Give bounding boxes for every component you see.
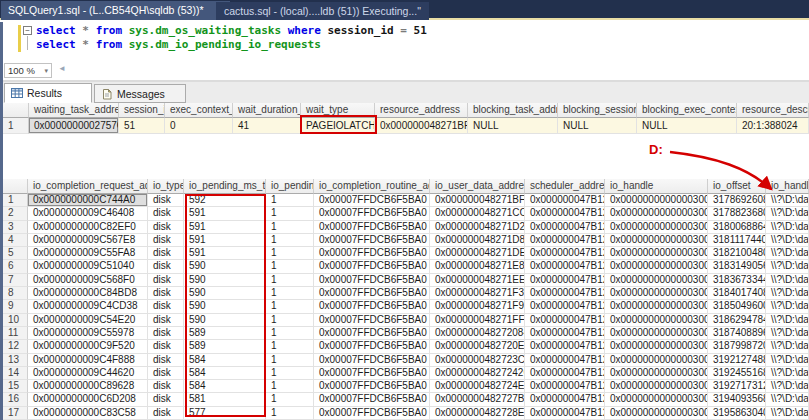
cell[interactable]: 0x000000047B120040 [525,247,605,260]
row-number[interactable]: 3 [3,221,28,234]
cell[interactable]: 1 [266,314,314,327]
cell[interactable]: 0x0000000000000300 [605,380,708,393]
column-header[interactable]: scheduler_address [525,179,605,194]
row-number[interactable]: 6 [3,260,28,273]
cell[interactable]: 1 [266,234,314,247]
cell[interactable]: 0x000000048271D800 [430,234,525,247]
cell[interactable]: 0x000000047B120040 [525,260,605,273]
cell[interactable]: PAGEIOLATCH_SH [301,118,375,134]
cell[interactable]: \\?\D:\data\live [766,234,809,247]
cell[interactable]: 0x00007FFDCB6F5BA0 [314,367,430,380]
cell[interactable]: \\?\D:\data\live [766,354,809,367]
cell[interactable]: 0x0000000000000300 [605,247,708,260]
cell[interactable]: 0x000000047B120040 [525,354,605,367]
cell[interactable]: 0x00007FFDCB6F5BA0 [314,221,430,234]
cell[interactable]: 0x000000048271BFC0 [375,118,468,134]
row-number[interactable]: 11 [3,327,28,340]
cell[interactable]: 581 [184,393,266,406]
tab-results[interactable]: Results [4,83,92,103]
cell[interactable]: 1 [266,367,314,380]
cell[interactable]: 592 [184,194,266,207]
cell[interactable]: 0x0000000482720840 [430,327,525,340]
cell[interactable]: 0x0000000000000300 [605,393,708,406]
cell[interactable]: 0x000000047B120040 [525,194,605,207]
cell[interactable]: 0x0000000000000300 [605,194,708,207]
cell[interactable]: 0x00007FFDCB6F5BA0 [314,300,430,313]
cell[interactable]: 584 [184,367,266,380]
row-number[interactable]: 1 [3,118,29,134]
cell[interactable]: 0x0000000000C744A0 [28,194,148,207]
cell[interactable]: 584 [184,380,266,393]
cell[interactable]: 0x000000047B120040 [525,314,605,327]
cell[interactable]: 591 [184,221,266,234]
cell[interactable]: 0x0000000000000300 [605,274,708,287]
column-header[interactable]: resource_address [375,103,468,118]
column-header[interactable]: io_handle [605,179,708,194]
cell[interactable]: 0x000000047B120040 [525,327,605,340]
cell[interactable]: \\?\D:\data\live [766,274,809,287]
cell[interactable]: 0x0000000009C568F0 [28,274,148,287]
cell[interactable]: 1 [266,393,314,406]
cell[interactable]: 0x0000000482724EC0 [430,380,525,393]
cell[interactable]: 590 [184,274,266,287]
cell[interactable]: 0x0000000000000300 [605,221,708,234]
cell[interactable]: 0x00007FFDCB6F5BA0 [314,207,430,220]
cell[interactable]: 0x0000000009C55FA8 [28,247,148,260]
cell[interactable]: 1 [266,354,314,367]
cell[interactable]: \\?\D:\data\live [766,287,809,300]
hscroll-left-arrow[interactable]: ◄ [58,64,66,73]
cell[interactable]: 0x00007FFDCB6F5BA0 [314,407,430,420]
cell[interactable]: 0x0000000482727B00 [430,393,525,406]
cell[interactable]: \\?\D:\data\live [766,260,809,273]
cell[interactable]: 0x00007FFDCB6F5BA0 [314,194,430,207]
cell[interactable]: 0x0000000000000300 [605,314,708,327]
cell[interactable]: 0x0000000482720E40 [430,340,525,353]
cell[interactable]: NULL [558,118,637,134]
cell[interactable]: 0x00007FFDCB6F5BA0 [314,340,430,353]
cell[interactable]: disk [148,287,184,300]
cell[interactable]: 0x00007FFDCB6F5BA0 [314,354,430,367]
tab-cactus[interactable]: cactus.sql - (local)....ldb (51)) Execut… [216,2,429,20]
row-number[interactable]: 10 [3,314,28,327]
column-header[interactable]: io_completion_routine_address [314,179,430,194]
cell[interactable]: 0x0000000000000300 [605,207,708,220]
row-number[interactable]: 15 [3,380,28,393]
cell[interactable]: 0x00007FFDCB6F5BA0 [314,393,430,406]
cell[interactable]: 1 [266,221,314,234]
corner-cell[interactable] [3,103,29,118]
cell[interactable]: 0x0000000000C9F520 [28,340,148,353]
cell[interactable]: 0x0000000000000300 [605,234,708,247]
cell[interactable]: 577 [184,407,266,420]
cell[interactable]: NULL [637,118,737,134]
cell[interactable]: 0x000000048271EE80 [430,274,525,287]
cell[interactable]: 3195863040 [708,407,766,420]
row-number[interactable]: 1 [3,194,28,207]
row-number[interactable]: 9 [3,300,28,313]
cell[interactable]: \\?\D:\data\live [766,300,809,313]
cell[interactable]: 1 [266,260,314,273]
cell[interactable]: 20:1:388024 [737,118,809,134]
row-number[interactable]: 4 [3,234,28,247]
column-header[interactable]: resource_description [737,103,809,118]
column-header[interactable]: blocking_task_address [468,103,558,118]
cell[interactable]: 0x000000048271BF40 [430,194,525,207]
cell[interactable]: disk [148,380,184,393]
row-number[interactable]: 5 [3,247,28,260]
cell[interactable]: disk [148,194,184,207]
cell[interactable]: 51 [119,118,165,134]
cell[interactable]: 1 [266,380,314,393]
cell[interactable]: 0x0000000009C46408 [28,207,148,220]
cell[interactable]: 0x0000000009C55978 [28,327,148,340]
cell[interactable]: 3192455168 [708,367,766,380]
cell[interactable]: \\?\D:\data\live [766,194,809,207]
cell[interactable]: 1 [266,300,314,313]
cell[interactable]: 0x0000000000000300 [605,300,708,313]
cell[interactable]: 0x0000000000000300 [605,327,708,340]
cell[interactable]: 0x0000000000C84BD8 [28,287,148,300]
cell[interactable]: 591 [184,247,266,260]
cell[interactable]: 0x00007FFDCB6F5BA0 [314,287,430,300]
cell[interactable]: 3185049600 [708,300,766,313]
tab-sqlquery1[interactable]: SQLQuery1.sql - (L..CB54QH\sqldb (53))* … [1,1,230,20]
cell[interactable]: disk [148,340,184,353]
cell[interactable]: disk [148,354,184,367]
